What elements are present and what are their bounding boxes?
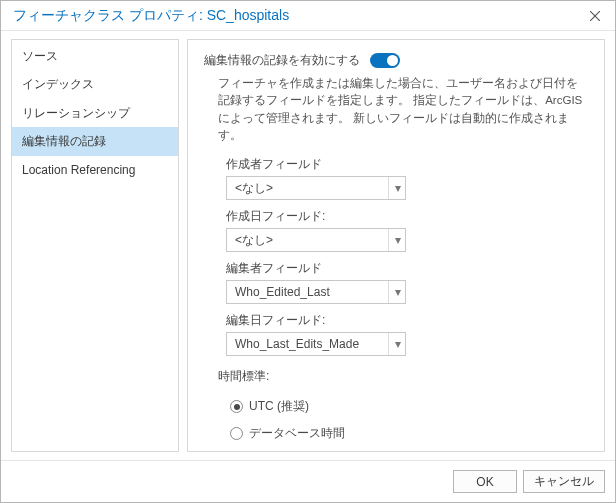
sidebar-item-index[interactable]: インデックス bbox=[12, 70, 178, 98]
dropdown-value: <なし> bbox=[235, 232, 273, 249]
sidebar-item-label: ソース bbox=[22, 49, 58, 63]
cancel-button[interactable]: キャンセル bbox=[523, 470, 605, 493]
chevron-down-icon: ▾ bbox=[388, 177, 401, 199]
creator-field-group: 作成者フィールド <なし> ▾ bbox=[226, 156, 588, 200]
sidebar-item-label: 編集情報の記録 bbox=[22, 134, 106, 148]
enable-tracking-toggle[interactable] bbox=[370, 53, 400, 68]
sidebar-item-location-referencing[interactable]: Location Referencing bbox=[12, 156, 178, 184]
content-area: ソース インデックス リレーションシップ 編集情報の記録 Location Re… bbox=[1, 31, 615, 460]
dropdown-value: Who_Edited_Last bbox=[235, 285, 330, 299]
button-label: OK bbox=[476, 475, 493, 489]
radio-utc[interactable] bbox=[230, 400, 243, 413]
time-standard-label: 時間標準: bbox=[218, 368, 588, 385]
radio-utc-label: UTC (推奨) bbox=[249, 398, 309, 415]
create-date-field-label: 作成日フィールド: bbox=[226, 208, 588, 225]
edit-date-field-dropdown[interactable]: Who_Last_Edits_Made ▾ bbox=[226, 332, 406, 356]
edit-date-field-group: 編集日フィールド: Who_Last_Edits_Made ▾ bbox=[226, 312, 588, 356]
sidebar-item-source[interactable]: ソース bbox=[12, 42, 178, 70]
editor-field-dropdown[interactable]: Who_Edited_Last ▾ bbox=[226, 280, 406, 304]
create-date-field-dropdown[interactable]: <なし> ▾ bbox=[226, 228, 406, 252]
enable-tracking-row: 編集情報の記録を有効にする bbox=[204, 52, 588, 69]
sidebar-item-label: インデックス bbox=[22, 77, 94, 91]
edit-date-field-label: 編集日フィールド: bbox=[226, 312, 588, 329]
close-button[interactable] bbox=[575, 1, 615, 31]
dropdown-value: <なし> bbox=[235, 180, 273, 197]
close-icon bbox=[590, 11, 600, 21]
radio-db-row[interactable]: データベース時間 bbox=[230, 420, 588, 447]
enable-tracking-label: 編集情報の記録を有効にする bbox=[204, 52, 360, 69]
radio-utc-row[interactable]: UTC (推奨) bbox=[230, 393, 588, 420]
time-standard-radio-group: UTC (推奨) データベース時間 bbox=[230, 393, 588, 447]
chevron-down-icon: ▾ bbox=[388, 229, 401, 251]
chevron-down-icon: ▾ bbox=[388, 281, 401, 303]
sidebar-item-editor-tracking[interactable]: 編集情報の記録 bbox=[12, 127, 178, 155]
titlebar: フィーチャクラス プロパティ: SC_hospitals bbox=[1, 1, 615, 31]
sidebar-item-label: リレーションシップ bbox=[22, 106, 130, 120]
creator-field-dropdown[interactable]: <なし> ▾ bbox=[226, 176, 406, 200]
description-text: フィーチャを作成または編集した場合に、ユーザー名および日付を記録するフィールドを… bbox=[218, 75, 588, 144]
editor-field-group: 編集者フィールド Who_Edited_Last ▾ bbox=[226, 260, 588, 304]
footer: OK キャンセル bbox=[1, 460, 615, 502]
radio-db-label: データベース時間 bbox=[249, 425, 345, 442]
sidebar-item-relationships[interactable]: リレーションシップ bbox=[12, 99, 178, 127]
ok-button[interactable]: OK bbox=[453, 470, 517, 493]
sidebar: ソース インデックス リレーションシップ 編集情報の記録 Location Re… bbox=[11, 39, 179, 452]
radio-db[interactable] bbox=[230, 427, 243, 440]
chevron-down-icon: ▾ bbox=[388, 333, 401, 355]
editor-field-label: 編集者フィールド bbox=[226, 260, 588, 277]
sidebar-item-label: Location Referencing bbox=[22, 163, 135, 177]
main-panel: 編集情報の記録を有効にする フィーチャを作成または編集した場合に、ユーザー名およ… bbox=[187, 39, 605, 452]
window-title: フィーチャクラス プロパティ: SC_hospitals bbox=[13, 7, 289, 25]
creator-field-label: 作成者フィールド bbox=[226, 156, 588, 173]
dropdown-value: Who_Last_Edits_Made bbox=[235, 337, 359, 351]
button-label: キャンセル bbox=[534, 473, 594, 490]
create-date-field-group: 作成日フィールド: <なし> ▾ bbox=[226, 208, 588, 252]
